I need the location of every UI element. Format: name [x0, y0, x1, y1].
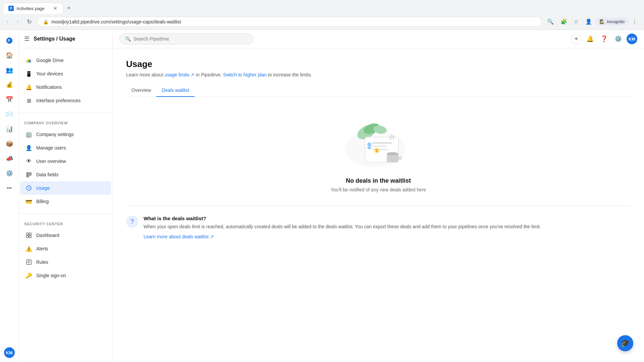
svg-rect-22 — [372, 142, 392, 144]
back-button[interactable]: ‹ — [4, 17, 11, 26]
usage-icon — [25, 185, 32, 191]
ellipsis-icon: ••• — [7, 185, 12, 191]
sso-icon: 🔑 — [25, 272, 32, 279]
subtitle-end: to increase the limits. — [267, 72, 312, 77]
reports-icon[interactable]: 📊 — [3, 122, 16, 136]
google-drive-icon — [25, 57, 32, 64]
bell-icon: 🔔 — [25, 84, 32, 90]
usage-limits-link[interactable]: usage limits ↗ — [164, 72, 195, 77]
sidebar-item-usage[interactable]: Usage — [20, 181, 111, 195]
user-avatar[interactable]: KM — [627, 34, 637, 44]
sidebar-item-rules[interactable]: Rules — [20, 255, 111, 269]
search-toolbar-button[interactable]: 🔍 — [544, 16, 556, 27]
search-icon: 🔍 — [125, 36, 131, 42]
sidebar-item-notifications[interactable]: 🔔 Notifications — [20, 80, 111, 94]
sidebar-item-alerts[interactable]: ⚠️ Alerts — [20, 242, 111, 255]
extensions-button[interactable]: 🧩 — [558, 16, 570, 27]
search-input[interactable] — [133, 36, 248, 42]
reload-button[interactable]: ↻ — [24, 17, 35, 27]
sidebar-item-company-settings[interactable]: 🏢 Company settings — [20, 128, 111, 141]
sidebar-item-label: Alerts — [36, 246, 48, 251]
page-subtitle: Learn more about usage limits ↗ in Piped… — [126, 72, 631, 77]
top-bar: 🔍 + 🔔 ❓ ⚙️ KM — [113, 30, 644, 48]
sidebar-item-label: Billing — [36, 199, 49, 204]
sidebar-item-label: User overview — [36, 159, 66, 164]
sidebar-item-data-fields[interactable]: Data fields — [20, 168, 111, 181]
breadcrumb-prefix: Settings / — [34, 36, 59, 42]
tab-overview[interactable]: Overview — [126, 84, 156, 97]
manage-users-icon: 👤 — [25, 144, 32, 151]
address-text: moodjoy1altd.pipedrive.com/settings/usag… — [51, 19, 181, 24]
sidebar-item-single-sign-on[interactable]: 🔑 Single sign-on — [20, 269, 111, 282]
sidebar-security-section: SECURITY CENTER Dashboard ⚠️ Alerts Rule… — [19, 217, 112, 285]
products-icon[interactable]: 📦 — [3, 137, 16, 150]
search-bar[interactable]: 🔍 — [119, 33, 254, 45]
info-title: What is the deals waitlist? — [144, 216, 631, 221]
profile-button[interactable]: 👤 — [583, 16, 595, 27]
svg-point-31 — [398, 157, 402, 160]
sidebar-divider-1 — [19, 113, 112, 113]
sidebar-item-billing[interactable]: 💳 Billing — [20, 195, 111, 208]
help-fab-button[interactable]: 🎓 — [617, 335, 633, 351]
notifications-icon-button[interactable]: 🔔 — [584, 33, 596, 45]
dashboard-icon — [25, 232, 32, 239]
new-tab-button[interactable]: + — [64, 3, 73, 13]
svg-rect-10 — [29, 233, 31, 235]
sidebar-item-label: Company settings — [36, 132, 74, 137]
add-button[interactable]: + — [571, 34, 582, 44]
sidebar-item-label: Dashboard — [36, 233, 59, 238]
pipedrive-logo[interactable]: P — [3, 34, 16, 47]
sidebar-item-interface-preferences[interactable]: ⊞ Interface preferences — [20, 94, 111, 107]
svg-text:$: $ — [376, 148, 378, 153]
info-box: ? What is the deals waitlist? When your … — [126, 216, 631, 240]
billing-icon: 💳 — [25, 198, 32, 205]
info-content: What is the deals waitlist? When your op… — [144, 216, 631, 240]
info-link[interactable]: Learn more about deals waitlist ↗ — [144, 234, 214, 239]
sidebar-item-dashboard[interactable]: Dashboard — [20, 229, 111, 242]
sidebar-item-user-overview[interactable]: 👁 User overview — [20, 155, 111, 168]
user-avatar-icon[interactable]: KM — [4, 347, 15, 358]
info-section: ? What is the deals waitlist? When your … — [126, 206, 631, 240]
activities-icon[interactable]: 📅 — [3, 93, 16, 106]
svg-rect-12 — [29, 236, 31, 238]
contacts-icon[interactable]: 👥 — [3, 63, 16, 77]
sidebar-item-your-devices[interactable]: 📱 Your devices — [20, 67, 111, 80]
switch-plan-link[interactable]: Switch to higher plan — [223, 72, 267, 77]
sidebar-item-google-drive[interactable]: Google Drive — [20, 54, 111, 67]
forward-button[interactable]: › — [14, 17, 21, 26]
subtitle-middle: in Pipedrive. — [195, 72, 223, 77]
app-container: P 🏠 👥 💰 📅 ✉️ 📊 📦 📣 ⚙️ ••• KM ☰ Settings … — [0, 30, 644, 362]
settings-icon[interactable]: ⚙️ — [3, 167, 16, 180]
mail-icon[interactable]: ✉️ — [3, 108, 16, 121]
security-section-label: SECURITY CENTER — [19, 222, 112, 229]
tab-close-button[interactable]: ✕ — [53, 6, 57, 11]
browser-toolbar: ‹ › ↻ 🔒 moodjoy1altd.pipedrive.com/setti… — [0, 14, 644, 29]
rules-icon — [25, 259, 32, 265]
tab-deals-waitlist[interactable]: Deals waitlist — [156, 84, 195, 97]
active-tab[interactable]: P Activities page ✕ — [3, 3, 63, 14]
home-icon[interactable]: 🏠 — [3, 49, 16, 62]
svg-rect-5 — [26, 173, 31, 174]
bookmark-button[interactable]: ☆ — [571, 16, 581, 27]
help-button[interactable]: ❓ — [598, 33, 610, 45]
campaigns-icon[interactable]: 📣 — [3, 152, 16, 165]
svg-rect-6 — [26, 174, 31, 175]
settings-top-button[interactable]: ⚙️ — [612, 33, 624, 45]
sidebar: ☰ Settings / Usage Google Drive 📱 Your d… — [19, 30, 113, 362]
page-title: Usage — [126, 59, 631, 69]
browser-chrome: P Activities page ✕ + ‹ › ↻ 🔒 moodjoy1al… — [0, 0, 644, 30]
address-bar[interactable]: 🔒 moodjoy1altd.pipedrive.com/settings/us… — [37, 17, 542, 27]
device-icon: 📱 — [25, 70, 32, 77]
incognito-icon: 🕵️ — [599, 19, 605, 24]
more-icon[interactable]: ••• — [3, 181, 16, 195]
svg-rect-23 — [372, 145, 387, 147]
svg-rect-11 — [26, 236, 29, 238]
deals-icon[interactable]: 💰 — [3, 78, 16, 92]
sidebar-toggle-button[interactable]: ☰ — [24, 35, 30, 43]
menu-button[interactable]: ⋮ — [629, 16, 640, 27]
tab-navigation: Overview Deals waitlist — [126, 84, 631, 97]
interface-icon: ⊞ — [25, 97, 32, 104]
tab-favicon: P — [8, 6, 14, 11]
sidebar-item-label: Manage users — [36, 145, 66, 150]
sidebar-item-manage-users[interactable]: 👤 Manage users — [20, 141, 111, 155]
